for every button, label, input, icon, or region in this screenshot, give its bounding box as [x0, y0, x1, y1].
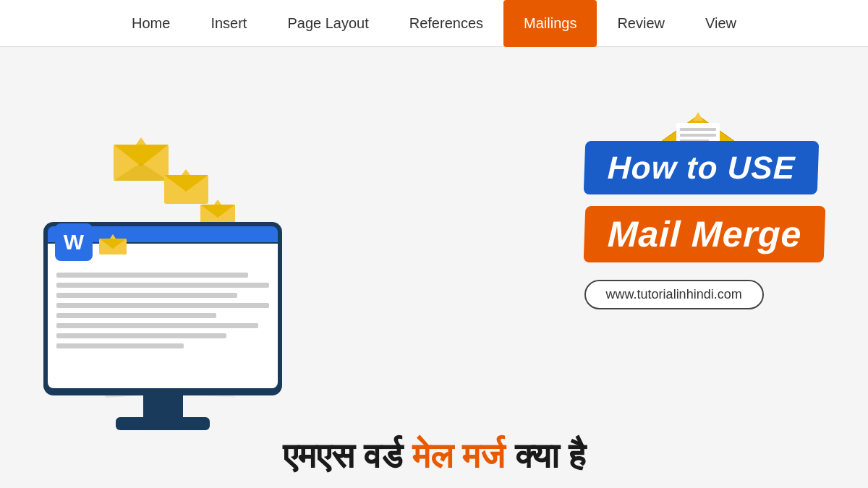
svg-rect-3 — [680, 128, 716, 131]
svg-marker-19 — [110, 234, 116, 239]
nav-insert[interactable]: Insert — [190, 0, 267, 47]
svg-marker-13 — [182, 169, 190, 175]
bottom-text-highlight: मेल मर्ज — [412, 437, 505, 475]
envelope-float-1 — [112, 134, 170, 187]
navbar: Home Insert Page Layout References Maili… — [0, 0, 868, 47]
svg-marker-16 — [214, 200, 221, 205]
nav-references[interactable]: References — [389, 0, 503, 47]
mail-merge-label: Mail Merge — [583, 206, 825, 262]
document-lines — [56, 273, 269, 348]
nav-home[interactable]: Home — [111, 0, 190, 47]
bottom-text-part2: क्या है — [505, 437, 585, 475]
envelope-on-screen — [98, 233, 127, 259]
nav-view[interactable]: View — [685, 0, 757, 47]
how-to-use-label: How to USE — [583, 141, 819, 194]
svg-marker-6 — [693, 112, 703, 121]
bottom-heading: एमएस वर्ड मेल मर्ज क्या है — [0, 436, 868, 477]
hero-text-area: How to USE Mail Merge www.tutorialinhind… — [584, 141, 825, 309]
website-url: www.tutorialinhindi.com — [584, 280, 764, 309]
svg-rect-4 — [680, 134, 716, 137]
nav-page-layout[interactable]: Page Layout — [267, 0, 388, 47]
nav-review[interactable]: Review — [597, 0, 685, 47]
bottom-text-part1: एमएस वर्ड — [283, 437, 412, 475]
monitor: W — [43, 222, 282, 430]
word-logo: W — [55, 223, 93, 261]
svg-marker-10 — [136, 137, 146, 145]
nav-mailings[interactable]: Mailings — [503, 0, 597, 47]
